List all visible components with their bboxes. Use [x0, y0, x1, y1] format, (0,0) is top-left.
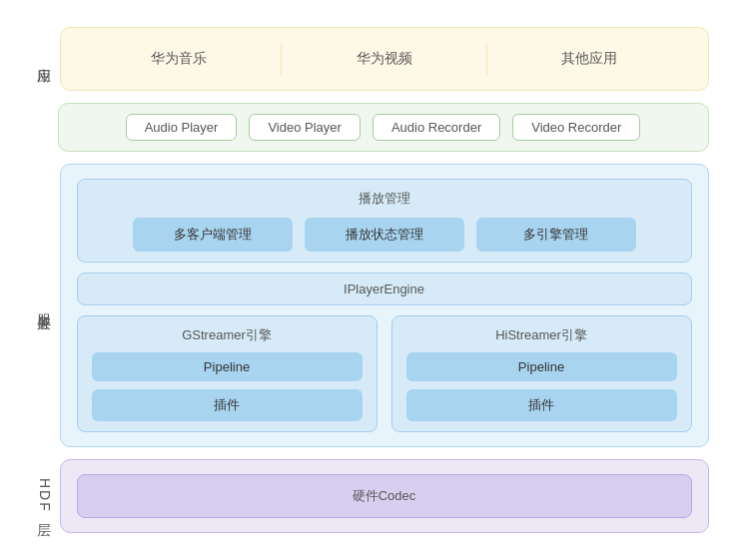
app-layer-label: 应用	[30, 27, 60, 91]
service-layer: 服务层 播放管理 多客户端管理 播放状态管理 多引擎管理 IPlayerEngi…	[30, 164, 709, 447]
api-layer: Audio Player Video Player Audio Recorder…	[30, 103, 709, 152]
gstreamer-engine-title: GStreamer引擎	[182, 326, 272, 344]
engines-row: GStreamer引擎 Pipeline 插件 HiStreamer引擎 Pip…	[77, 315, 692, 432]
multi-engine-mgmt-btn: 多引擎管理	[476, 218, 636, 252]
playback-state-mgmt-btn: 播放状态管理	[305, 218, 464, 252]
api-badge-video-recorder: Video Recorder	[512, 114, 640, 141]
api-badge-video-player: Video Player	[249, 114, 360, 141]
histreamer-engine-title: HiStreamer引擎	[495, 326, 587, 344]
api-layer-content: Audio Player Video Player Audio Recorder…	[58, 103, 709, 152]
app-layer: 应用 华为音乐 华为视频 其他应用	[30, 27, 709, 91]
hdf-layer-label: HDF层	[30, 459, 60, 533]
gstreamer-pipeline-btn: Pipeline	[92, 352, 363, 381]
histreamer-pipeline-btn: Pipeline	[406, 352, 677, 381]
app-layer-content: 华为音乐 华为视频 其他应用	[60, 27, 709, 91]
api-badge-audio-player: Audio Player	[126, 114, 238, 141]
mgmt-buttons: 多客户端管理 播放状态管理 多引擎管理	[92, 218, 677, 252]
histreamer-plugin-btn: 插件	[406, 389, 677, 421]
app-box-other-apps: 其他应用	[487, 42, 692, 76]
api-layer-label	[30, 103, 58, 152]
hdf-layer-content: 硬件Codec	[60, 459, 709, 533]
hdf-layer: HDF层 硬件Codec	[30, 459, 709, 533]
histreamer-engine-block: HiStreamer引擎 Pipeline 插件	[391, 315, 692, 432]
app-box-huawei-video: 华为视频	[282, 42, 487, 76]
iplayerengine-row: IPlayerEngine	[77, 273, 692, 305]
gstreamer-plugin-btn: 插件	[92, 389, 363, 421]
playback-mgmt-title: 播放管理	[359, 190, 410, 208]
service-layer-content: 播放管理 多客户端管理 播放状态管理 多引擎管理 IPlayerEngine G…	[60, 164, 709, 447]
multi-client-mgmt-btn: 多客户端管理	[133, 218, 293, 252]
hardware-codec-box: 硬件Codec	[77, 474, 692, 518]
gstreamer-engine-block: GStreamer引擎 Pipeline 插件	[77, 315, 377, 432]
app-boxes: 华为音乐 华为视频 其他应用	[77, 42, 692, 76]
playback-mgmt-block: 播放管理 多客户端管理 播放状态管理 多引擎管理	[77, 179, 692, 263]
app-box-huawei-music: 华为音乐	[77, 42, 283, 76]
api-badge-audio-recorder: Audio Recorder	[372, 114, 500, 141]
architecture-diagram: 应用 华为音乐 华为视频 其他应用 Audio Player Video Pla…	[20, 7, 719, 553]
service-layer-label: 服务层	[30, 164, 60, 447]
